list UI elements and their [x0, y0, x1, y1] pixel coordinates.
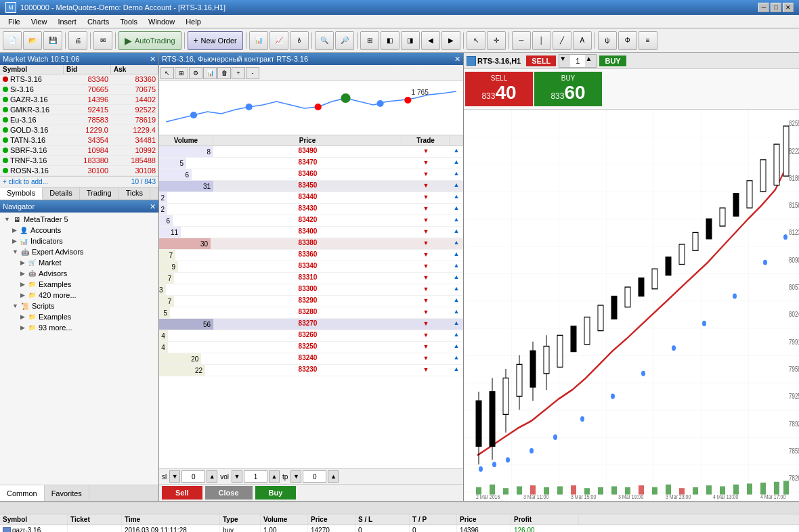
- menu-insert[interactable]: Insert: [52, 16, 82, 27]
- mw-tab-trading[interactable]: Trading: [80, 187, 119, 200]
- mw-row-gazr[interactable]: GAZR-3.16 14396 14402: [0, 95, 158, 105]
- tb-open-btn[interactable]: 📂: [23, 31, 42, 50]
- tb-chart-line[interactable]: 📈: [269, 31, 288, 50]
- ob-row[interactable]: 11 83400 ▼ ▲: [159, 227, 463, 238]
- ob-tp-input[interactable]: [303, 470, 326, 483]
- center-chart-close[interactable]: ✕: [454, 55, 460, 64]
- mw-row-rosn[interactable]: ROSN-3.16 30100 30108: [0, 166, 158, 176]
- tb-period-1[interactable]: ⊞: [360, 31, 379, 50]
- nav-tab-favorites[interactable]: Favorites: [45, 485, 89, 501]
- tb-cursor[interactable]: ↖: [467, 31, 485, 50]
- tb-fibo2[interactable]: Φ: [618, 31, 637, 50]
- market-watch-close[interactable]: ✕: [150, 55, 156, 64]
- tree-accounts[interactable]: ▶ 👤 Accounts: [1, 225, 157, 236]
- trade-buy-button[interactable]: BUY: [599, 56, 626, 66]
- tree-expert-advisors[interactable]: ▼ 🤖 Expert Advisors: [1, 246, 157, 257]
- ob-vol-up[interactable]: ▲: [269, 470, 280, 483]
- tb-crosshair[interactable]: ✛: [487, 31, 506, 50]
- tree-market[interactable]: ▶ 🛒 Market: [1, 257, 157, 268]
- mw-row-si[interactable]: Si-3.16 70665 70675: [0, 85, 158, 95]
- tb-period-2[interactable]: ◧: [381, 31, 400, 50]
- tb-zoom-in[interactable]: 🔍: [315, 31, 334, 50]
- autotrading-button[interactable]: ▶ AutoTrading: [118, 31, 181, 50]
- mw-row-rts[interactable]: RTS-3.16 83340 83360: [0, 74, 158, 85]
- ob-row[interactable]: 6 83420 ▼ ▲: [159, 215, 463, 227]
- close-button[interactable]: ✕: [783, 3, 794, 12]
- mw-row-sbrf[interactable]: SBRF-3.16 10984 10992: [0, 146, 158, 156]
- maximize-button[interactable]: □: [771, 3, 781, 12]
- neworder-button[interactable]: + New Order: [188, 31, 243, 50]
- tb-more[interactable]: ≡: [639, 31, 657, 50]
- tree-scripts-more[interactable]: ▶ 📁 93 more...: [1, 322, 157, 333]
- ob-row[interactable]: 3 83300 ▼ ▲: [159, 284, 463, 296]
- tree-metatrader5[interactable]: ▼ 🖥 MetaTrader 5: [1, 214, 157, 225]
- close-button[interactable]: Close: [205, 486, 253, 500]
- ob-row[interactable]: 2 83440 ▼ ▲: [159, 192, 463, 204]
- tb-scroll-right[interactable]: ▶: [441, 31, 460, 50]
- tb-zoom-out[interactable]: 🔎: [335, 31, 354, 50]
- navigator-close[interactable]: ✕: [150, 202, 156, 211]
- trade-row-gazr[interactable]: gazr-3.16 2016.03.09 11:11:28 buy 1.00 1…: [0, 525, 799, 532]
- menu-view[interactable]: View: [26, 16, 53, 27]
- ob-row-highlighted[interactable]: 31 83450 ▼ ▲: [159, 181, 463, 192]
- tb-trendline[interactable]: ╱: [553, 31, 571, 50]
- ob-row[interactable]: 5 83470 ▼ ▲: [159, 158, 463, 169]
- mw-tab-symbols[interactable]: Symbols: [0, 187, 43, 200]
- ct-zoom-in[interactable]: +: [232, 67, 245, 79]
- ob-row[interactable]: 6 83460 ▼ ▲: [159, 169, 463, 181]
- ob-vol-down[interactable]: ▼: [232, 470, 242, 483]
- ct-delete[interactable]: 🗑: [217, 67, 231, 79]
- tb-fibo[interactable]: ψ: [598, 31, 617, 50]
- menu-window[interactable]: Window: [143, 16, 180, 27]
- ob-row[interactable]: 9 83340 ▼ ▲: [159, 261, 463, 273]
- sell-button[interactable]: Sell: [162, 486, 202, 500]
- tb-vline[interactable]: │: [532, 31, 551, 50]
- ct-settings[interactable]: ⚙: [189, 67, 202, 79]
- ob-row[interactable]: 4 83250 ▼ ▲: [159, 342, 463, 353]
- ob-tp-up[interactable]: ▲: [328, 470, 339, 483]
- mw-row-eu[interactable]: Eu-3.16 78583 78619: [0, 115, 158, 125]
- tb-period-3[interactable]: ◨: [401, 31, 420, 50]
- tb-chart-bar[interactable]: 📊: [249, 31, 268, 50]
- mw-add-symbol[interactable]: + click to add...: [3, 178, 48, 185]
- menu-help[interactable]: Help: [180, 16, 207, 27]
- ob-row[interactable]: 7 83310 ▼ ▲: [159, 273, 463, 284]
- mw-row-trnf[interactable]: TRNF-3.16 183380 185488: [0, 156, 158, 166]
- menu-file[interactable]: File: [3, 16, 26, 27]
- ct-chart[interactable]: 📊: [203, 67, 217, 79]
- tb-email-btn[interactable]: ✉: [93, 31, 112, 50]
- ob-sl-input[interactable]: [181, 470, 205, 483]
- tree-ea-more[interactable]: ▶ 📁 420 more...: [1, 290, 157, 301]
- ob-row[interactable]: 7 83360 ▼ ▲: [159, 250, 463, 261]
- ob-row[interactable]: 8 83490 ▼ ▲: [159, 146, 463, 158]
- ob-row[interactable]: 4 83260 ▼ ▲: [159, 330, 463, 342]
- tb-scroll-left[interactable]: ◀: [421, 31, 440, 50]
- qty-up-btn[interactable]: ▲: [585, 55, 596, 67]
- ob-row[interactable]: 2 83430 ▼ ▲: [159, 204, 463, 215]
- tree-advisors[interactable]: ▶ 🤖 Advisors: [1, 268, 157, 279]
- ob-vol-input[interactable]: [244, 470, 267, 483]
- tb-hline[interactable]: ─: [512, 31, 531, 50]
- tb-save-btn[interactable]: 💾: [43, 31, 62, 50]
- ct-zoom-out[interactable]: -: [246, 67, 259, 79]
- ob-sl-down[interactable]: ▼: [169, 470, 180, 483]
- mw-tab-details[interactable]: Details: [43, 187, 80, 200]
- mw-row-gmkr[interactable]: GMKR-3.16 92415 92522: [0, 105, 158, 115]
- mw-row-tatn[interactable]: TATN-3.16 34354 34481: [0, 135, 158, 146]
- ob-row[interactable]: 22 83230 ▼ ▲: [159, 365, 463, 376]
- ob-row-highlighted2[interactable]: 30 83380 ▼ ▲: [159, 238, 463, 250]
- tree-scripts[interactable]: ▼ 📜 Scripts: [1, 301, 157, 311]
- tree-ea-examples[interactable]: ▶ 📁 Examples: [1, 279, 157, 290]
- menu-tools[interactable]: Tools: [114, 16, 143, 27]
- ct-grid[interactable]: ⊞: [175, 67, 188, 79]
- mw-row-gold[interactable]: GOLD-3.16 1229.0 1229.4: [0, 125, 158, 135]
- ob-row[interactable]: 20 83240 ▼ ▲: [159, 353, 463, 365]
- ob-row[interactable]: 7 83290 ▼ ▲: [159, 296, 463, 307]
- tb-text[interactable]: A: [573, 31, 592, 50]
- tree-scripts-examples[interactable]: ▶ 📁 Examples: [1, 311, 157, 322]
- trade-sell-button[interactable]: SELL: [526, 56, 556, 66]
- tree-indicators[interactable]: ▶ 📊 Indicators: [1, 236, 157, 246]
- qty-down-btn[interactable]: ▼: [559, 55, 570, 67]
- tb-new-btn[interactable]: 📄: [3, 31, 22, 50]
- ob-row[interactable]: 5 83280 ▼ ▲: [159, 307, 463, 319]
